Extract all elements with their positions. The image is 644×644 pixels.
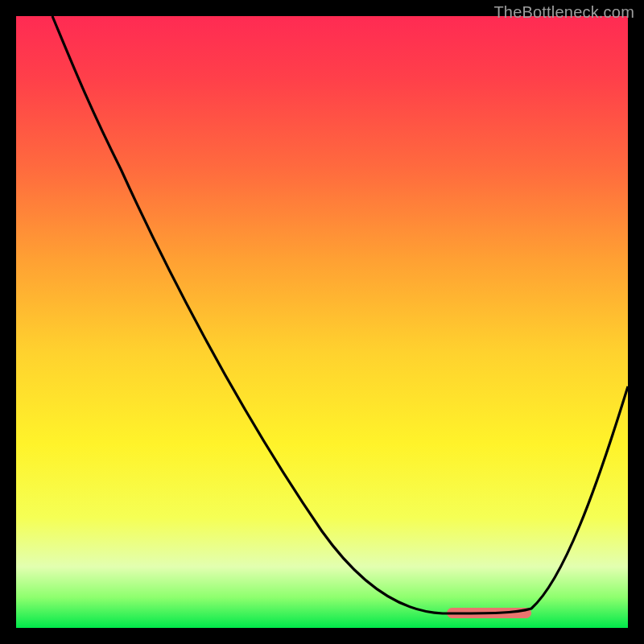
chart-plot-area (16, 16, 628, 628)
chart-frame: TheBottleneck.com (0, 0, 644, 644)
bottleneck-curve (52, 16, 628, 613)
watermark-text: TheBottleneck.com (493, 3, 634, 22)
